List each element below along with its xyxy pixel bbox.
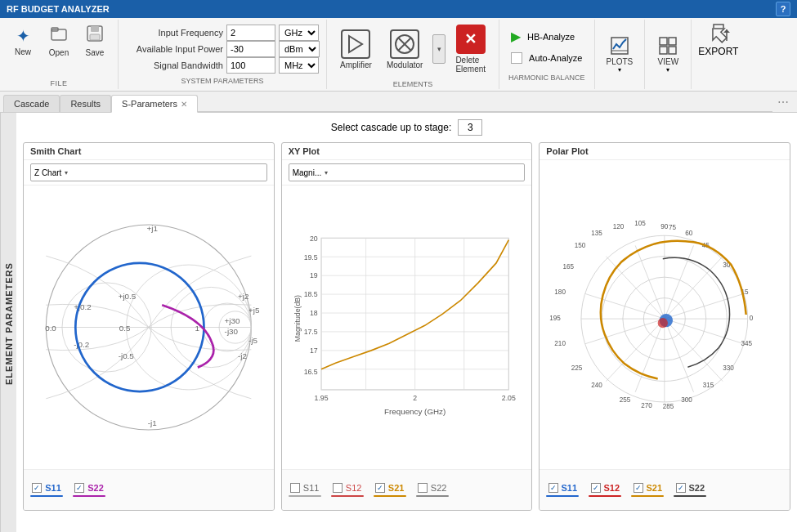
file-section: ✦ New Open Save FILE xyxy=(0,20,119,89)
tab-sparameters[interactable]: S-Parameters ✕ xyxy=(111,95,198,113)
xy-s11-line xyxy=(289,495,321,497)
input-freq-input[interactable] xyxy=(226,25,275,41)
svg-text:150: 150 xyxy=(575,242,586,249)
svg-text:75: 75 xyxy=(669,224,677,231)
export-section[interactable]: EXPORT xyxy=(692,20,745,89)
plot-area: Select cascade up to stage: Smith Chart … xyxy=(16,113,797,532)
polar-s22-checkbox[interactable] xyxy=(676,483,686,493)
polar-s21-checkbox[interactable] xyxy=(634,483,643,493)
available-power-input[interactable] xyxy=(226,41,275,57)
svg-rect-14 xyxy=(669,47,676,54)
auto-analyze-button[interactable]: Auto-Analyze xyxy=(506,51,587,65)
xy-s22-label: S22 xyxy=(431,483,447,493)
smith-s11-checkbox[interactable] xyxy=(32,483,42,493)
smith-s22-check: S22 xyxy=(74,483,104,493)
tab-sparameters-label: S-Parameters xyxy=(122,99,177,109)
svg-text:255: 255 xyxy=(620,396,631,404)
content-area: Select cascade up to stage: Smith Chart … xyxy=(16,113,797,532)
main-area: ELEMENT PARAMETERS Select cascade up to … xyxy=(0,113,797,532)
xy-s22-line xyxy=(416,495,449,497)
delete-element-button[interactable]: ✕ DeleteElement xyxy=(449,21,492,77)
polar-s12-legend: S12 xyxy=(589,483,621,497)
auto-analyze-checkbox[interactable] xyxy=(511,52,522,64)
element-parameters-label: ELEMENT PARAMETERS xyxy=(4,263,14,386)
cascade-selector: Select cascade up to stage: xyxy=(23,119,790,136)
xy-s22-legend: S22 xyxy=(416,483,449,497)
tabs-overflow-button[interactable]: ⋯ xyxy=(772,96,794,109)
polar-plot-container: Polar Plot xyxy=(539,142,790,511)
plots-button[interactable]: PLOTS ▾ xyxy=(602,33,638,77)
svg-text:0.5: 0.5 xyxy=(119,324,131,333)
open-icon xyxy=(50,25,68,47)
element-parameters-panel: ELEMENT PARAMETERS xyxy=(0,113,16,532)
harmonic-balance-section: ▶ HB-Analyze Auto-Analyze HARMONIC BALAN… xyxy=(499,20,594,89)
new-label: New xyxy=(15,47,31,56)
polar-s12-check: S12 xyxy=(591,483,620,493)
svg-text:20: 20 xyxy=(310,235,318,243)
new-icon: ✦ xyxy=(16,26,30,46)
xy-s12-legend: S12 xyxy=(331,483,364,497)
available-power-unit[interactable]: dBmdBW xyxy=(279,41,320,57)
tab-cascade[interactable]: Cascade xyxy=(3,95,60,112)
amplifier-label: Amplifier xyxy=(340,60,372,69)
help-button[interactable]: ? xyxy=(776,2,790,16)
xy-s21-checkbox[interactable] xyxy=(375,483,385,493)
polar-s22-check: S22 xyxy=(676,483,705,493)
xy-s11-checkbox[interactable] xyxy=(290,483,300,493)
svg-text:+j2: +j2 xyxy=(238,292,249,301)
polar-s11-check: S11 xyxy=(548,483,578,493)
open-button[interactable]: Open xyxy=(43,21,75,60)
tab-results[interactable]: Results xyxy=(60,95,111,112)
cascade-input[interactable] xyxy=(458,119,482,136)
elements-label: ELEMENTS xyxy=(393,80,433,88)
hb-analyze-button[interactable]: ▶ HB-Analyze xyxy=(506,27,587,46)
xy-s22-checkbox[interactable] xyxy=(418,483,428,493)
svg-marker-5 xyxy=(349,36,362,52)
svg-text:-j5: -j5 xyxy=(249,336,257,345)
new-button[interactable]: ✦ New xyxy=(7,23,39,60)
delete-label: DeleteElement xyxy=(455,56,486,74)
smith-chart-svg: +j1 +j2 +j5 -j5 -j2 -j1 +j0.5 -j0.5 +j0.… xyxy=(24,186,274,469)
polar-s22-line xyxy=(674,495,706,497)
svg-rect-13 xyxy=(660,47,667,54)
smith-chart-header: Smith Chart xyxy=(24,143,274,160)
polar-s21-label: S21 xyxy=(647,483,663,493)
modulator-button[interactable]: Modulator xyxy=(380,26,429,73)
xy-plot-svg: 20 19.5 19 18.5 18 17.5 17 16.5 1.95 2 2… xyxy=(282,186,532,469)
svg-rect-3 xyxy=(91,26,99,32)
svg-text:-j0.5: -j0.5 xyxy=(119,351,135,360)
xy-s12-checkbox[interactable] xyxy=(333,483,343,493)
polar-s11-checkbox[interactable] xyxy=(548,483,558,493)
svg-text:210: 210 xyxy=(555,340,566,347)
input-freq-unit[interactable]: GHzMHz xyxy=(279,25,319,41)
save-button[interactable]: Save xyxy=(78,21,111,60)
svg-text:+j5: +j5 xyxy=(249,306,260,315)
polar-s22-label: S22 xyxy=(689,483,705,493)
polar-s12-checkbox[interactable] xyxy=(591,483,601,493)
svg-text:285: 285 xyxy=(663,403,674,410)
svg-text:225: 225 xyxy=(571,364,583,372)
export-icon xyxy=(707,23,730,46)
save-label: Save xyxy=(86,48,105,57)
amplifier-button[interactable]: Amplifier xyxy=(334,26,378,73)
svg-text:-j30: -j30 xyxy=(225,327,239,336)
signal-bw-unit[interactable]: MHzGHz xyxy=(279,57,319,74)
tab-sparameters-close[interactable]: ✕ xyxy=(181,100,187,109)
elements-dropdown-button[interactable]: ▾ xyxy=(431,33,447,65)
svg-text:Magnitude(dB): Magnitude(dB) xyxy=(293,295,301,342)
svg-text:270: 270 xyxy=(642,402,653,409)
svg-rect-12 xyxy=(669,38,676,45)
smith-chart-dropdown-label: Z Chart xyxy=(34,168,61,177)
svg-point-106 xyxy=(658,318,668,328)
view-button[interactable]: VIEW ▾ xyxy=(651,33,684,77)
xy-plot-dropdown[interactable]: Magni... ▾ xyxy=(289,163,526,181)
cascade-label: Select cascade up to stage: xyxy=(331,122,451,133)
plots-label: PLOTS xyxy=(607,57,634,66)
xy-s12-line xyxy=(331,495,364,497)
smith-s22-checkbox[interactable] xyxy=(74,483,84,493)
system-params-label: SYSTEM PARAMETERS xyxy=(125,77,320,85)
svg-text:2.05: 2.05 xyxy=(501,394,515,402)
svg-text:165: 165 xyxy=(563,263,575,270)
signal-bw-input[interactable] xyxy=(226,57,275,74)
smith-chart-dropdown[interactable]: Z Chart ▾ xyxy=(30,163,267,181)
